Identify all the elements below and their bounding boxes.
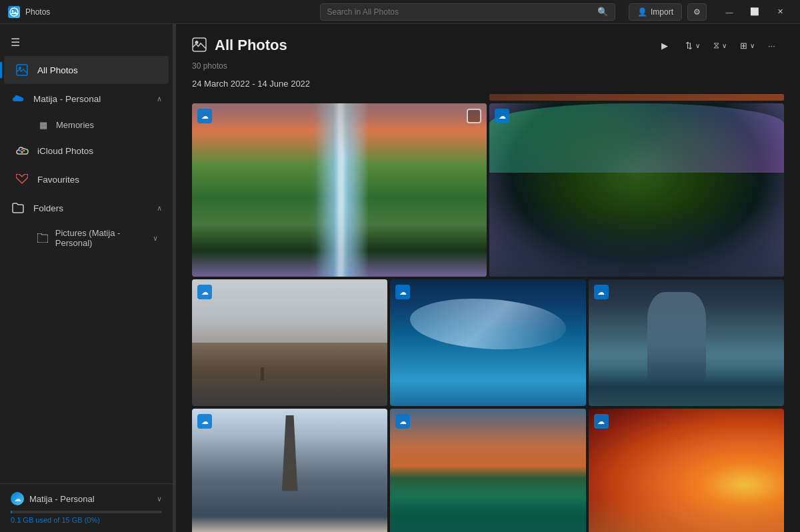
folders-chevron: ∧	[157, 204, 162, 213]
app-body: ☰ All Photos Ma	[0, 24, 800, 532]
more-icon: ···	[768, 41, 775, 51]
pictures-label: Pictures (Matija - Personal)	[55, 228, 153, 248]
sidebar-item-all-photos[interactable]: All Photos	[4, 56, 169, 84]
storage-section[interactable]: ☁ Matija - Personal ∨	[11, 492, 162, 505]
photo-sunset[interactable]: ☁	[589, 409, 784, 532]
filter-button[interactable]: ⧖ ∨	[708, 35, 732, 56]
photo-dolphins[interactable]: ☁	[390, 279, 585, 406]
cloud-badge-6: ☁	[197, 414, 212, 429]
view-chevron: ∨	[750, 42, 755, 49]
svg-point-4	[19, 150, 21, 152]
sidebar-item-memories[interactable]: ▦ Memories	[4, 113, 169, 136]
svg-point-6	[23, 150, 25, 152]
cloud-icon	[11, 91, 25, 106]
photo-aurora[interactable]: ☁	[489, 103, 784, 277]
folder-section-icon	[11, 201, 25, 215]
sidebar: ☰ All Photos Ma	[0, 24, 173, 532]
date-strips	[192, 94, 784, 101]
cloud-badge-3: ☁	[197, 285, 212, 299]
matija-section-label: Matija - Personal	[33, 94, 101, 104]
import-icon: 👤	[637, 7, 647, 17]
all-photos-icon	[15, 63, 29, 77]
thumbnail-row-2: ☁ ☁ ☁	[192, 409, 784, 532]
sidebar-nav: ☰ All Photos Ma	[0, 24, 173, 483]
photo-pinnacle[interactable]: ☁	[192, 409, 387, 532]
folders-label: Folders	[33, 203, 63, 213]
hero-photo-row: ☁ ☁	[192, 103, 784, 277]
storage-bar	[11, 511, 162, 513]
storage-cloud-icon: ☁	[11, 492, 24, 505]
filter-icon: ⧖	[713, 40, 719, 51]
app-icon	[8, 6, 20, 18]
view-icon: ⊞	[740, 41, 747, 51]
svg-point-9	[195, 41, 199, 44]
search-icon: 🔍	[597, 7, 608, 17]
cloud-badge-1: ☁	[197, 109, 212, 123]
minimize-button[interactable]: —	[717, 3, 741, 21]
heart-icon	[15, 172, 29, 187]
memories-label: Memories	[56, 120, 94, 130]
storage-label: Matija - Personal	[29, 494, 151, 504]
icloud-label: iCloud Photos	[37, 146, 93, 156]
all-photos-header-icon	[192, 37, 208, 53]
search-input[interactable]	[327, 7, 598, 17]
main-header: All Photos ▶ ⇅ ∨ ⧖ ∨ ⊞ ∨ ···	[176, 24, 800, 61]
maximize-button[interactable]: ⬜	[743, 3, 767, 21]
sort-chevron: ∨	[695, 42, 700, 49]
page-title: All Photos	[215, 37, 287, 54]
select-checkbox-1[interactable]	[467, 109, 481, 123]
svg-point-5	[21, 149, 23, 151]
storage-bar-fill	[11, 511, 12, 513]
thumbnail-row-1: ☁ ☁ ☁	[192, 279, 784, 406]
sort-button[interactable]: ⇅ ∨	[680, 35, 705, 56]
toolbar-actions: ▶ ⇅ ∨ ⧖ ∨ ⊞ ∨ ···	[656, 35, 784, 56]
icloud-icon	[15, 143, 29, 158]
strip-left	[192, 94, 487, 101]
pictures-folder-icon	[37, 232, 49, 244]
photo-mountain-mist[interactable]: ☁	[192, 279, 387, 406]
sidebar-item-pictures[interactable]: Pictures (Matija - Personal) ∨	[4, 223, 169, 253]
svg-point-7	[21, 151, 23, 153]
sidebar-item-favourites[interactable]: Favourites	[4, 165, 169, 193]
sidebar-item-icloud[interactable]: iCloud Photos	[4, 137, 169, 165]
main-content: All Photos ▶ ⇅ ∨ ⧖ ∨ ⊞ ∨ ···	[176, 24, 800, 532]
import-button[interactable]: 👤 Import	[629, 3, 682, 21]
cloud-badge-8: ☁	[594, 414, 609, 429]
all-photos-label: All Photos	[37, 65, 78, 75]
photo-count: 30 photos	[176, 61, 800, 76]
sidebar-storage: ☁ Matija - Personal ∨ 0.1 GB used of 15 …	[0, 483, 173, 532]
slideshow-icon: ▶	[661, 41, 668, 51]
search-bar[interactable]: 🔍	[320, 3, 616, 21]
window-controls: — ⬜ ✕	[717, 3, 792, 21]
photo-moraine[interactable]: ☁	[390, 409, 585, 532]
storage-usage-text: 0.1 GB used of 15 GB (0%)	[11, 516, 162, 524]
close-button[interactable]: ✕	[768, 3, 792, 21]
favourites-label: Favourites	[37, 175, 79, 185]
sidebar-section-matija[interactable]: Matija - Personal ∧	[0, 85, 173, 113]
storage-chevron: ∨	[157, 495, 162, 503]
cloud-badge-5: ☁	[594, 285, 609, 299]
photo-yosemite[interactable]: ☁	[589, 279, 784, 406]
titlebar: Photos 🔍 👤 Import ⚙ — ⬜ ✕	[0, 0, 800, 24]
matija-chevron: ∧	[157, 95, 162, 103]
app-title: Photos	[25, 7, 307, 17]
cloud-badge-2: ☁	[495, 109, 509, 123]
photo-waterfall[interactable]: ☁	[192, 103, 487, 277]
more-button[interactable]: ···	[763, 35, 784, 56]
pictures-chevron: ∨	[153, 234, 158, 243]
strip-right	[489, 94, 784, 101]
settings-button[interactable]: ⚙	[687, 3, 707, 21]
svg-point-1	[12, 10, 14, 12]
titlebar-actions: 👤 Import ⚙	[629, 3, 707, 21]
slideshow-button[interactable]: ▶	[656, 35, 677, 56]
cloud-badge-4: ☁	[395, 285, 410, 299]
hamburger-button[interactable]: ☰	[0, 29, 173, 55]
photo-grid: ☁ ☁ ☁	[176, 94, 800, 532]
filter-chevron: ∨	[722, 42, 727, 49]
sidebar-section-folders[interactable]: Folders ∧	[0, 194, 173, 222]
sort-icon: ⇅	[685, 41, 693, 51]
cloud-badge-7: ☁	[395, 414, 410, 429]
svg-point-0	[10, 8, 18, 16]
view-button[interactable]: ⊞ ∨	[735, 35, 760, 56]
memories-icon: ▦	[37, 119, 49, 131]
